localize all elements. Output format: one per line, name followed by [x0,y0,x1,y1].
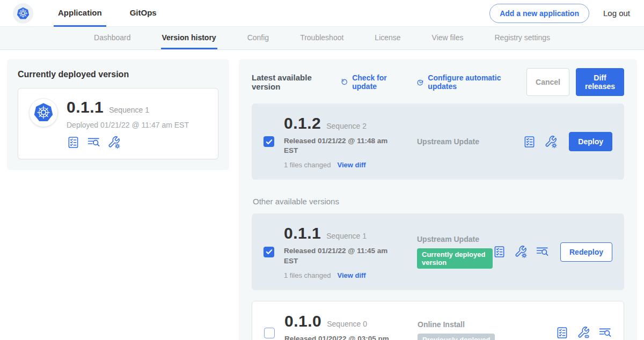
deployed-sequence: Sequence 1 [109,106,149,114]
edit-config-icon[interactable] [107,136,121,149]
version-number: 0.1.1 [284,224,321,242]
version-row-0-1-1: 0.1.1 Sequence 1 Released 01/21/22 @ 11:… [252,213,624,290]
diff-releases-button[interactable]: Diff releases [576,68,624,96]
version-number: 0.1.0 [284,312,321,330]
deployed-info: 0.1.1 Sequence 1 Deployed 01/21/22 @ 11:… [67,98,189,149]
tab-view-files[interactable]: View files [431,27,465,49]
latest-version-header: Latest available version Check for updat… [252,68,624,96]
version-checkbox[interactable] [264,247,274,257]
deploy-logs-icon[interactable] [536,245,549,258]
version-released: Released 01/21/22 @ 11:45 am EST [284,246,389,265]
version-released: Released 01/21/22 @ 11:48 am EST [284,136,389,156]
version-sequence: Sequence 2 [326,122,367,130]
latest-version-title: Latest available version [252,73,326,91]
version-source-label: Upstream Update [417,137,479,146]
scheduled-update-icon [416,77,424,87]
redeploy-button[interactable]: Redeploy [560,242,612,262]
version-source-label: Upstream Update [417,235,479,243]
kubernetes-logo-icon [31,100,56,125]
deployed-timestamp: Deployed 01/21/22 @ 11:47 am EST [67,121,189,129]
currently-deployed-badge: Currently deployed version [417,248,493,269]
tab-version-history[interactable]: Version history [161,27,217,49]
version-info: 0.1.2 Sequence 2 Released 01/21/22 @ 11:… [284,114,389,169]
edit-config-icon[interactable] [544,135,558,149]
version-sequence: Sequence 0 [327,320,367,328]
deploy-logs-icon[interactable] [598,326,612,339]
tab-license[interactable]: License [374,27,401,49]
deployed-version-number: 0.1.1 [67,98,104,116]
preflight-checklist-icon[interactable] [555,326,569,339]
deploy-logs-icon[interactable] [87,136,100,149]
previously-deployed-badge: Previously deployed [418,334,495,340]
topnav-right: Add a new application Log out [489,0,630,26]
tab-gitops[interactable]: GitOps [126,0,161,27]
add-new-application-button[interactable]: Add a new application [489,4,589,23]
tab-registry-settings[interactable]: Registry settings [494,27,551,49]
check-icon [266,138,273,145]
version-row-0-1-2: 0.1.2 Sequence 2 Released 01/21/22 @ 11:… [252,104,624,180]
tab-troubleshoot[interactable]: Troubleshoot [299,27,345,49]
version-source: Upstream Update Currently deployed versi… [389,235,493,269]
currently-deployed-title: Currently deployed version [18,70,218,79]
version-actions: Deploy [523,132,612,151]
view-diff-link[interactable]: View diff [337,161,365,169]
configure-automatic-updates-label: Configure automatic updates [428,73,513,91]
app-avatar [29,98,58,127]
version-checkbox[interactable] [264,136,274,147]
check-for-update-label: Check for update [352,73,402,91]
version-released: Released 01/20/22 @ 03:05 pm EST [284,334,390,340]
files-changed-label: 1 files changed [284,271,331,279]
refresh-icon [340,77,348,87]
version-source: Upstream Update [389,137,523,146]
logout-button[interactable]: Log out [603,9,630,18]
version-actions: Redeploy [493,242,612,262]
version-number: 0.1.2 [284,114,321,132]
check-icon [266,248,273,255]
tab-config[interactable]: Config [246,27,270,49]
preflight-checklist-icon[interactable] [523,135,536,149]
other-versions-title: Other available versions [253,197,624,206]
cancel-button[interactable]: Cancel [526,68,569,96]
app-subnav: Dashboard Version history Config Trouble… [0,27,644,50]
main-content: Currently deployed version 0.1.1 Sequenc… [0,50,644,340]
view-config-icon[interactable] [577,326,590,339]
version-info: 0.1.0 Sequence 0 Released 01/20/22 @ 03:… [284,312,390,340]
tab-application[interactable]: Application [54,0,106,27]
version-checkbox[interactable] [264,328,275,338]
currently-deployed-card: 0.1.1 Sequence 1 Deployed 01/21/22 @ 11:… [18,88,218,159]
view-diff-link[interactable]: View diff [337,271,365,279]
version-row-0-1-0: 0.1.0 Sequence 0 Released 01/20/22 @ 03:… [252,301,624,340]
tab-dashboard[interactable]: Dashboard [93,27,132,49]
currently-deployed-panel: Currently deployed version 0.1.1 Sequenc… [7,59,229,170]
preflight-checklist-icon[interactable] [67,136,80,149]
deploy-button[interactable]: Deploy [569,132,612,151]
version-actions [555,326,612,339]
files-changed-label: 1 files changed [284,161,331,169]
app-logo[interactable] [13,0,33,26]
topnav-tabs: Application GitOps [54,0,161,26]
kubernetes-logo-icon [14,4,32,23]
version-source: Online Install Previously deployed [390,320,555,340]
edit-config-icon[interactable] [514,245,528,258]
top-navbar: Application GitOps Add a new application… [0,0,644,27]
version-sequence: Sequence 1 [326,232,367,240]
version-source-label: Online Install [418,320,465,329]
configure-automatic-updates-link[interactable]: Configure automatic updates [416,73,513,91]
version-history-panel: Latest available version Check for updat… [239,59,637,340]
preflight-checklist-icon[interactable] [493,245,506,258]
version-info: 0.1.1 Sequence 1 Released 01/21/22 @ 11:… [284,224,389,279]
check-for-update-link[interactable]: Check for update [340,73,402,91]
